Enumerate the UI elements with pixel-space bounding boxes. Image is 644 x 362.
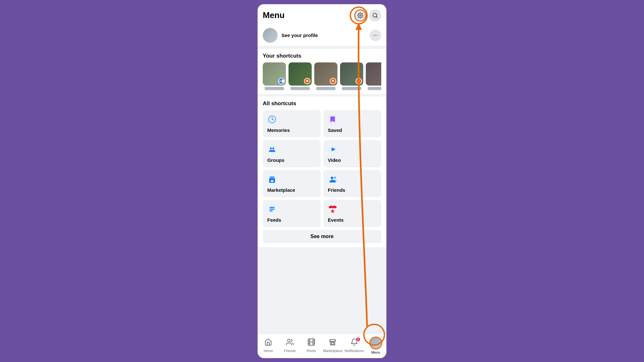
notifications-icon: 1 <box>350 338 358 348</box>
memories-label: Memories <box>267 127 316 133</box>
feeds-icon <box>267 204 316 215</box>
svg-rect-14 <box>269 179 275 180</box>
phone-frame: Menu <box>258 4 386 358</box>
svg-rect-13 <box>271 180 273 182</box>
marketplace-icon <box>267 174 316 185</box>
svg-line-2 <box>376 16 377 17</box>
svg-point-17 <box>334 177 336 179</box>
friends-nav-icon <box>286 338 294 348</box>
groups-label: Groups <box>267 157 316 163</box>
events-card[interactable]: Events <box>323 200 381 227</box>
profile-name: See your profile <box>281 32 318 38</box>
header: Menu <box>258 4 386 25</box>
nav-marketplace[interactable]: Marketplace <box>322 338 344 353</box>
shortcut-thumb-2 <box>289 62 312 86</box>
nav-reels[interactable]: Reels <box>300 338 322 353</box>
saved-label: Saved <box>328 127 377 133</box>
notifications-label: Notifications <box>345 349 364 353</box>
shortcut-label-1 <box>265 87 284 90</box>
store-icon <box>267 174 277 184</box>
marketplace-nav-svg <box>329 338 336 346</box>
play-icon <box>328 144 337 154</box>
marketplace-nav-icon <box>329 338 336 348</box>
home-icon <box>264 338 272 348</box>
nav-menu[interactable]: Menu <box>365 337 386 354</box>
shortcuts-scroll <box>263 62 381 94</box>
shortcuts-section: Your shortcuts <box>258 49 386 94</box>
shortcut-item-5[interactable] <box>366 62 381 90</box>
flag-icon-3 <box>357 79 360 83</box>
menu-nav-label: Menu <box>371 350 380 354</box>
bottom-nav: Home Friends <box>258 334 386 358</box>
svg-rect-30 <box>332 342 334 345</box>
svg-rect-20 <box>270 209 275 209</box>
video-label: Video <box>328 157 377 163</box>
shortcut-label-2 <box>290 87 310 90</box>
shortcut-badge-flag-3 <box>330 78 336 84</box>
shortcut-thumb-4 <box>340 62 363 86</box>
marketplace-card[interactable]: Marketplace <box>263 170 321 197</box>
profile-section[interactable]: See your profile ··· <box>258 25 386 46</box>
svg-rect-27 <box>334 205 335 207</box>
header-icons <box>354 9 381 22</box>
more-button[interactable]: ··· <box>370 30 381 41</box>
shortcut-thumb-1 <box>263 62 286 86</box>
see-more-button[interactable]: See more <box>263 230 381 243</box>
nav-home[interactable]: Home <box>258 338 279 353</box>
reels-label: Reels <box>307 349 316 353</box>
svg-rect-21 <box>270 210 273 211</box>
saved-icon <box>328 115 377 125</box>
people-icon <box>279 79 281 83</box>
svg-point-16 <box>331 177 333 179</box>
bookmark-icon <box>328 115 337 124</box>
search-button[interactable] <box>369 9 381 22</box>
home-label: Home <box>264 349 273 353</box>
memories-card[interactable]: Memories <box>263 110 321 137</box>
avatar-image <box>263 28 278 43</box>
svg-rect-26 <box>331 205 332 207</box>
shortcut-item-3[interactable] <box>314 62 337 90</box>
reels-svg <box>308 338 315 346</box>
groups-icon <box>267 144 316 155</box>
settings-button[interactable] <box>354 9 366 22</box>
video-card[interactable]: Video <box>323 140 381 167</box>
memories-icon <box>267 115 316 125</box>
shortcut-item-2[interactable] <box>289 62 312 90</box>
shortcut-thumb-5 <box>366 62 381 86</box>
events-icon <box>328 204 377 215</box>
shortcut-item-1[interactable] <box>263 62 286 90</box>
video-icon <box>328 144 377 155</box>
menu-avatar-image <box>370 338 381 348</box>
svg-point-6 <box>268 145 277 154</box>
groups-card[interactable]: Groups <box>263 140 321 167</box>
avatar <box>263 28 278 43</box>
nav-friends[interactable]: Friends <box>279 338 301 353</box>
shortcut-item-4[interactable] <box>340 62 363 90</box>
svg-rect-19 <box>270 207 275 208</box>
saved-card[interactable]: Saved <box>323 110 381 137</box>
gear-icon <box>357 13 363 18</box>
marketplace-label: Marketplace <box>267 187 316 193</box>
friends-nav-svg <box>286 338 294 346</box>
menu-avatar-button <box>369 337 382 349</box>
shortcut-badge-flag-2 <box>304 78 310 84</box>
friends-label: Friends <box>328 187 377 193</box>
feeds-card[interactable]: Feeds <box>263 200 321 227</box>
svg-point-28 <box>288 339 290 342</box>
groups-icon <box>267 144 277 154</box>
shortcut-thumb-3 <box>314 62 337 86</box>
shortcuts-title: Your shortcuts <box>263 53 381 59</box>
friends-icon <box>328 174 337 184</box>
svg-rect-24 <box>329 208 336 208</box>
svg-point-8 <box>272 147 274 149</box>
notification-badge: 1 <box>355 337 361 342</box>
friends-card[interactable]: Friends <box>323 170 381 197</box>
events-icon <box>328 204 337 214</box>
home-svg <box>264 338 272 346</box>
main-content: Menu <box>258 4 386 334</box>
svg-point-0 <box>360 14 361 16</box>
friends-icon <box>328 174 377 185</box>
svg-point-7 <box>270 147 272 149</box>
profile-left: See your profile <box>263 28 318 43</box>
nav-notifications[interactable]: 1 Notifications <box>344 338 365 353</box>
